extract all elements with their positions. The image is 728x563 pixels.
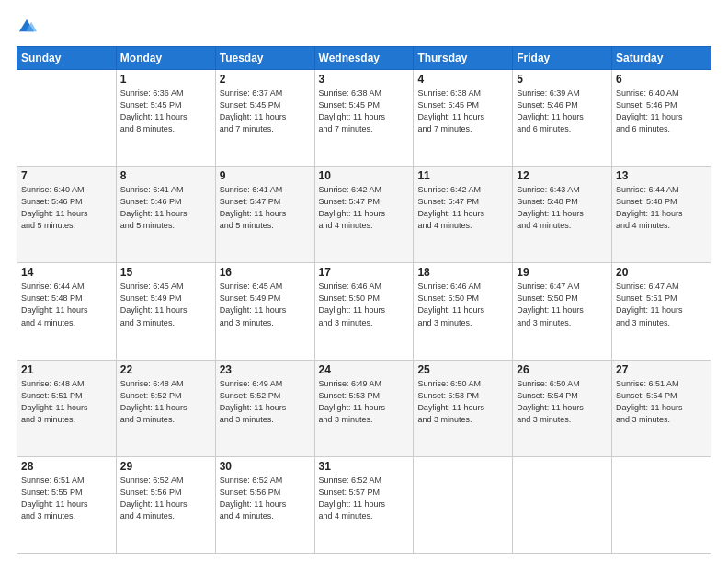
cell-info: Sunrise: 6:44 AM Sunset: 5:48 PM Dayligh… [21, 281, 112, 328]
day-number: 31 [319, 460, 410, 473]
cell-info: Sunrise: 6:41 AM Sunset: 5:46 PM Dayligh… [120, 184, 211, 232]
cell-info: Sunrise: 6:52 AM Sunset: 5:57 PM Dayligh… [319, 475, 410, 523]
weekday-header-monday: Monday [116, 47, 215, 70]
weekday-header-sunday: Sunday [17, 47, 117, 70]
calendar-cell: 18Sunrise: 6:46 AM Sunset: 5:50 PM Dayli… [414, 263, 513, 360]
logo [17, 17, 40, 37]
calendar-cell: 10Sunrise: 6:42 AM Sunset: 5:47 PM Dayli… [314, 167, 414, 263]
day-number: 16 [220, 266, 311, 279]
cell-info: Sunrise: 6:39 AM Sunset: 5:46 PM Dayligh… [517, 87, 608, 135]
calendar-cell: 12Sunrise: 6:43 AM Sunset: 5:48 PM Dayli… [513, 167, 612, 263]
day-number: 14 [21, 266, 112, 279]
calendar-cell: 5Sunrise: 6:39 AM Sunset: 5:46 PM Daylig… [513, 70, 612, 167]
day-number: 21 [21, 363, 112, 376]
day-number: 15 [120, 266, 211, 279]
weekday-header-tuesday: Tuesday [215, 47, 314, 70]
calendar-cell [414, 456, 513, 553]
cell-info: Sunrise: 6:44 AM Sunset: 5:48 PM Dayligh… [616, 184, 707, 232]
cell-info: Sunrise: 6:42 AM Sunset: 5:47 PM Dayligh… [417, 184, 508, 232]
cell-info: Sunrise: 6:48 AM Sunset: 5:51 PM Dayligh… [21, 378, 112, 426]
calendar-cell: 14Sunrise: 6:44 AM Sunset: 5:48 PM Dayli… [17, 263, 117, 360]
cell-info: Sunrise: 6:46 AM Sunset: 5:50 PM Dayligh… [319, 281, 410, 328]
day-number: 27 [616, 363, 707, 376]
calendar-cell: 16Sunrise: 6:45 AM Sunset: 5:49 PM Dayli… [215, 263, 314, 360]
day-number: 6 [616, 73, 707, 86]
cell-info: Sunrise: 6:40 AM Sunset: 5:46 PM Dayligh… [616, 87, 707, 135]
day-number: 7 [21, 169, 112, 182]
cell-info: Sunrise: 6:48 AM Sunset: 5:52 PM Dayligh… [120, 378, 211, 426]
cell-info: Sunrise: 6:38 AM Sunset: 5:45 PM Dayligh… [319, 87, 410, 135]
calendar-cell: 17Sunrise: 6:46 AM Sunset: 5:50 PM Dayli… [314, 263, 414, 360]
calendar-row: 28Sunrise: 6:51 AM Sunset: 5:55 PM Dayli… [17, 456, 711, 553]
calendar-cell: 19Sunrise: 6:47 AM Sunset: 5:50 PM Dayli… [513, 263, 612, 360]
calendar-cell [612, 456, 711, 553]
page: SundayMondayTuesdayWednesdayThursdayFrid… [0, 0, 728, 563]
calendar-cell: 28Sunrise: 6:51 AM Sunset: 5:55 PM Dayli… [17, 456, 117, 553]
day-number: 3 [319, 73, 410, 86]
day-number: 4 [417, 73, 508, 86]
day-number: 10 [319, 169, 410, 182]
cell-info: Sunrise: 6:52 AM Sunset: 5:56 PM Dayligh… [120, 475, 211, 523]
header [17, 17, 711, 37]
calendar-cell: 7Sunrise: 6:40 AM Sunset: 5:46 PM Daylig… [17, 167, 117, 263]
calendar-cell: 3Sunrise: 6:38 AM Sunset: 5:45 PM Daylig… [314, 70, 414, 167]
weekday-header-wednesday: Wednesday [314, 47, 414, 70]
calendar-cell: 9Sunrise: 6:41 AM Sunset: 5:47 PM Daylig… [215, 167, 314, 263]
day-number: 13 [616, 169, 707, 182]
cell-info: Sunrise: 6:49 AM Sunset: 5:53 PM Dayligh… [319, 378, 410, 426]
calendar-table: SundayMondayTuesdayWednesdayThursdayFrid… [17, 46, 711, 554]
cell-info: Sunrise: 6:37 AM Sunset: 5:45 PM Dayligh… [220, 87, 311, 135]
weekday-header-row: SundayMondayTuesdayWednesdayThursdayFrid… [17, 47, 711, 70]
day-number: 19 [517, 266, 608, 279]
cell-info: Sunrise: 6:38 AM Sunset: 5:45 PM Dayligh… [417, 87, 508, 135]
cell-info: Sunrise: 6:36 AM Sunset: 5:45 PM Dayligh… [120, 87, 211, 135]
calendar-row: 1Sunrise: 6:36 AM Sunset: 5:45 PM Daylig… [17, 70, 711, 167]
day-number: 24 [319, 363, 410, 376]
day-number: 23 [220, 363, 311, 376]
calendar-cell [17, 70, 117, 167]
calendar-cell: 20Sunrise: 6:47 AM Sunset: 5:51 PM Dayli… [612, 263, 711, 360]
cell-info: Sunrise: 6:46 AM Sunset: 5:50 PM Dayligh… [417, 281, 508, 328]
cell-info: Sunrise: 6:47 AM Sunset: 5:50 PM Dayligh… [517, 281, 608, 328]
day-number: 5 [517, 73, 608, 86]
weekday-header-thursday: Thursday [414, 47, 513, 70]
calendar-cell: 21Sunrise: 6:48 AM Sunset: 5:51 PM Dayli… [17, 360, 117, 456]
day-number: 8 [120, 169, 211, 182]
calendar-cell: 26Sunrise: 6:50 AM Sunset: 5:54 PM Dayli… [513, 360, 612, 456]
calendar-cell [513, 456, 612, 553]
cell-info: Sunrise: 6:50 AM Sunset: 5:54 PM Dayligh… [517, 378, 608, 426]
calendar-cell: 8Sunrise: 6:41 AM Sunset: 5:46 PM Daylig… [116, 167, 215, 263]
calendar-cell: 4Sunrise: 6:38 AM Sunset: 5:45 PM Daylig… [414, 70, 513, 167]
day-number: 1 [120, 73, 211, 86]
cell-info: Sunrise: 6:49 AM Sunset: 5:52 PM Dayligh… [220, 378, 311, 426]
calendar-cell: 1Sunrise: 6:36 AM Sunset: 5:45 PM Daylig… [116, 70, 215, 167]
calendar-cell: 2Sunrise: 6:37 AM Sunset: 5:45 PM Daylig… [215, 70, 314, 167]
day-number: 11 [417, 169, 508, 182]
calendar-cell: 25Sunrise: 6:50 AM Sunset: 5:53 PM Dayli… [414, 360, 513, 456]
cell-info: Sunrise: 6:47 AM Sunset: 5:51 PM Dayligh… [616, 281, 707, 328]
calendar-row: 21Sunrise: 6:48 AM Sunset: 5:51 PM Dayli… [17, 360, 711, 456]
calendar-row: 7Sunrise: 6:40 AM Sunset: 5:46 PM Daylig… [17, 167, 711, 263]
cell-info: Sunrise: 6:45 AM Sunset: 5:49 PM Dayligh… [120, 281, 211, 328]
weekday-header-friday: Friday [513, 47, 612, 70]
cell-info: Sunrise: 6:51 AM Sunset: 5:54 PM Dayligh… [616, 378, 707, 426]
calendar-row: 14Sunrise: 6:44 AM Sunset: 5:48 PM Dayli… [17, 263, 711, 360]
day-number: 2 [220, 73, 311, 86]
calendar-cell: 31Sunrise: 6:52 AM Sunset: 5:57 PM Dayli… [314, 456, 414, 553]
calendar-cell: 27Sunrise: 6:51 AM Sunset: 5:54 PM Dayli… [612, 360, 711, 456]
cell-info: Sunrise: 6:40 AM Sunset: 5:46 PM Dayligh… [21, 184, 112, 232]
day-number: 17 [319, 266, 410, 279]
weekday-header-saturday: Saturday [612, 47, 711, 70]
calendar-cell: 15Sunrise: 6:45 AM Sunset: 5:49 PM Dayli… [116, 263, 215, 360]
day-number: 29 [120, 460, 211, 473]
cell-info: Sunrise: 6:51 AM Sunset: 5:55 PM Dayligh… [21, 475, 112, 523]
cell-info: Sunrise: 6:42 AM Sunset: 5:47 PM Dayligh… [319, 184, 410, 232]
calendar-cell: 11Sunrise: 6:42 AM Sunset: 5:47 PM Dayli… [414, 167, 513, 263]
cell-info: Sunrise: 6:41 AM Sunset: 5:47 PM Dayligh… [220, 184, 311, 232]
calendar-cell: 22Sunrise: 6:48 AM Sunset: 5:52 PM Dayli… [116, 360, 215, 456]
calendar-cell: 30Sunrise: 6:52 AM Sunset: 5:56 PM Dayli… [215, 456, 314, 553]
day-number: 28 [21, 460, 112, 473]
day-number: 12 [517, 169, 608, 182]
cell-info: Sunrise: 6:50 AM Sunset: 5:53 PM Dayligh… [417, 378, 508, 426]
calendar-cell: 6Sunrise: 6:40 AM Sunset: 5:46 PM Daylig… [612, 70, 711, 167]
